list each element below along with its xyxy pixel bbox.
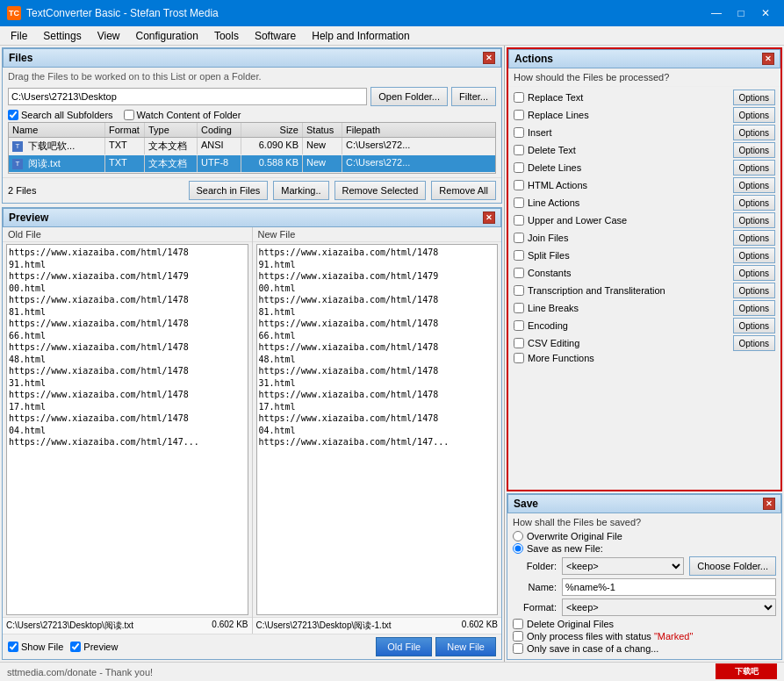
options-button-transcription[interactable]: Options	[733, 283, 775, 298]
overwrite-radio[interactable]	[513, 531, 523, 541]
preview-body: Old File C:\Users\27213\Desktop\阅读.txt 0…	[3, 227, 501, 634]
action-checkbox-split-files[interactable]	[514, 250, 524, 261]
filter-button[interactable]: Filter...	[451, 87, 496, 106]
options-button-split-files[interactable]: Options	[733, 247, 775, 263]
close-button[interactable]: ✕	[754, 4, 777, 22]
table-row[interactable]: T 阅读.txt TXT 文本文档 UTF-8 0.588 KB New C:\…	[9, 155, 495, 173]
save-as-new-radio[interactable]	[513, 543, 523, 554]
options-button-replace-lines[interactable]: Options	[733, 107, 775, 123]
watch-content-checkbox[interactable]	[124, 110, 134, 120]
file-status-0: New	[303, 138, 342, 154]
files-close-button[interactable]: ✕	[483, 52, 495, 64]
save-panel-title: Save	[514, 498, 538, 510]
minimize-button[interactable]: —	[705, 4, 728, 22]
new-file-text[interactable]	[256, 244, 499, 615]
options-button-delete-text[interactable]: Options	[733, 142, 775, 158]
action-label-upper-lower: Upper and Lower Case	[528, 215, 730, 226]
action-row-csv-editing: CSV Editing Options	[512, 334, 777, 352]
action-checkbox-line-actions[interactable]	[514, 197, 524, 208]
options-button-delete-lines[interactable]: Options	[733, 160, 775, 176]
menu-view[interactable]: View	[90, 27, 127, 45]
old-file-button[interactable]: Old File	[376, 637, 432, 656]
only-marked-checkbox[interactable]	[513, 631, 523, 642]
menu-configuration[interactable]: Configuration	[129, 27, 205, 45]
options-button-line-actions[interactable]: Options	[733, 195, 775, 211]
action-checkbox-more-functions[interactable]	[514, 353, 524, 363]
options-button-constants[interactable]: Options	[733, 265, 775, 281]
watch-content-label[interactable]: Watch Content of Folder	[124, 110, 241, 120]
save-close-button[interactable]: ✕	[763, 498, 775, 510]
file-size-0: 6.090 KB	[241, 138, 303, 154]
only-save-if-change-row: Only save in case of a chang...	[513, 643, 776, 654]
options-button-line-breaks[interactable]: Options	[733, 300, 775, 316]
preview-checkbox-label[interactable]: Preview	[70, 642, 118, 652]
files-table: Name Format Type Coding Size Status File…	[8, 122, 496, 174]
action-label-replace-lines: Replace Lines	[528, 110, 730, 120]
options-button-join-files[interactable]: Options	[733, 230, 775, 246]
format-row: Format: <keep>	[513, 599, 776, 616]
preview-close-button[interactable]: ✕	[483, 211, 495, 224]
preview-section: Preview ✕ Old File C:\Users\27213\Deskto…	[2, 207, 502, 660]
action-checkbox-encoding[interactable]	[514, 320, 524, 331]
menu-settings[interactable]: Settings	[36, 27, 88, 45]
action-checkbox-delete-text[interactable]	[514, 145, 524, 155]
action-checkbox-replace-text[interactable]	[514, 92, 524, 103]
open-folder-button[interactable]: Open Folder...	[370, 87, 448, 106]
file-status-1: New	[303, 155, 342, 172]
actions-list: Replace Text Options Replace Lines Optio…	[508, 87, 780, 490]
options-button-insert[interactable]: Options	[733, 125, 775, 140]
new-file-button[interactable]: New File	[435, 637, 496, 656]
action-row-split-files: Split Files Options	[512, 247, 777, 264]
action-label-replace-text: Replace Text	[528, 92, 730, 103]
action-checkbox-line-breaks[interactable]	[514, 303, 524, 313]
options-button-upper-lower[interactable]: Options	[733, 212, 775, 228]
marking-button[interactable]: Marking..	[273, 181, 328, 200]
files-drag-hint: Drag the Files to be worked on to this L…	[3, 68, 501, 85]
options-button-encoding[interactable]: Options	[733, 318, 775, 333]
actions-close-button[interactable]: ✕	[762, 53, 774, 65]
action-checkbox-join-files[interactable]	[514, 233, 524, 243]
options-button-csv-editing[interactable]: Options	[733, 335, 775, 351]
table-row[interactable]: T 下载吧软... TXT 文本文档 ANSI 6.090 KB New C:\…	[9, 138, 495, 155]
files-path-input[interactable]	[8, 88, 367, 105]
save-section: Save ✕ How shall the Files be saved? Ove…	[507, 493, 782, 660]
name-input[interactable]	[562, 578, 776, 596]
maximize-button[interactable]: □	[730, 4, 752, 22]
choose-folder-button[interactable]: Choose Folder...	[689, 556, 776, 576]
delete-original-checkbox[interactable]	[513, 619, 523, 629]
preview-checkbox[interactable]	[70, 642, 81, 652]
files-table-header: Name Format Type Coding Size Status File…	[9, 123, 495, 138]
action-row-constants: Constants Options	[512, 264, 777, 282]
menu-file[interactable]: File	[4, 27, 34, 45]
options-button-replace-text[interactable]: Options	[733, 90, 775, 105]
search-subfolders-checkbox[interactable]	[8, 110, 18, 120]
action-row-replace-lines: Replace Lines Options	[512, 106, 777, 124]
menu-help[interactable]: Help and Information	[305, 27, 416, 45]
action-checkbox-transcription[interactable]	[514, 285, 524, 296]
remove-selected-button[interactable]: Remove Selected	[334, 181, 427, 200]
options-button-html-actions[interactable]: Options	[733, 177, 775, 193]
format-select[interactable]: <keep>	[562, 599, 776, 616]
folder-row: Folder: <keep> Choose Folder...	[513, 556, 776, 576]
action-checkbox-delete-lines[interactable]	[514, 162, 524, 173]
file-format-0: TXT	[105, 138, 145, 154]
folder-select[interactable]: <keep>	[562, 557, 684, 575]
search-in-files-button[interactable]: Search in Files	[189, 181, 269, 200]
action-row-delete-text: Delete Text Options	[512, 141, 777, 159]
action-checkbox-constants[interactable]	[514, 268, 524, 278]
action-checkbox-html-actions[interactable]	[514, 180, 524, 190]
only-save-if-change-checkbox[interactable]	[513, 643, 523, 654]
file-type-0: 文本文档	[145, 138, 198, 154]
action-checkbox-replace-lines[interactable]	[514, 110, 524, 120]
show-file-label[interactable]: Show File	[8, 642, 63, 652]
action-checkbox-insert[interactable]	[514, 127, 524, 138]
overwrite-radio-row: Overwrite Original File	[513, 531, 776, 541]
show-file-checkbox[interactable]	[8, 642, 18, 652]
action-checkbox-csv-editing[interactable]	[514, 338, 524, 348]
remove-all-button[interactable]: Remove All	[431, 181, 496, 200]
old-file-text[interactable]	[6, 244, 248, 615]
menu-tools[interactable]: Tools	[207, 27, 246, 45]
action-checkbox-upper-lower[interactable]	[514, 215, 524, 226]
menu-software[interactable]: Software	[248, 27, 303, 45]
search-subfolders-label[interactable]: Search all Subfolders	[8, 110, 113, 120]
